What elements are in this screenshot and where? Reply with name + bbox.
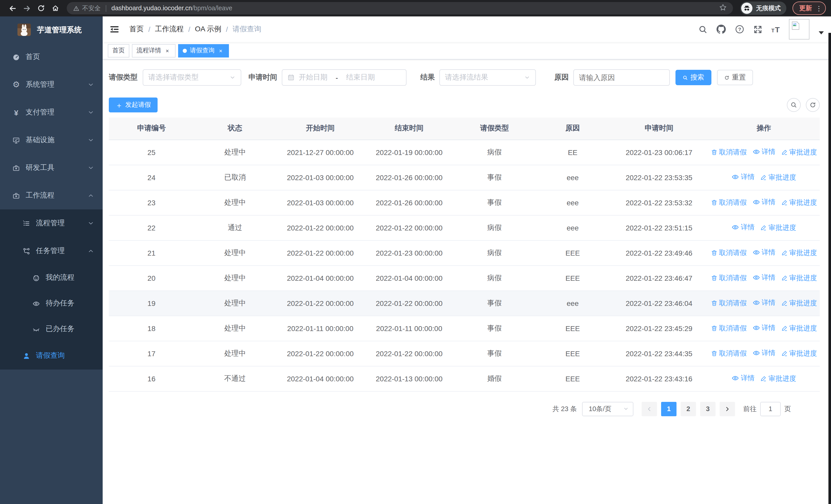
security-indicator[interactable]: 不安全 — [73, 4, 101, 12]
progress-link-row-20[interactable]: 审批进度 — [781, 273, 817, 283]
address-bar[interactable]: 不安全 dashboard.yudao.iocoder.cn/bpm/oa/le… — [67, 2, 733, 14]
sidebar-item-工作流程[interactable]: 工作流程 — [0, 182, 103, 209]
progress-link-row-21[interactable]: 审批进度 — [781, 248, 817, 258]
incognito-label: 无痕模式 — [756, 4, 781, 12]
tag-请假查询[interactable]: 请假查询× — [178, 44, 229, 57]
cancel-link-row-23[interactable]: 取消请假 — [711, 198, 747, 207]
breadcrumb-item-OA 示例[interactable]: OA 示例 — [195, 25, 222, 34]
detail-link-row-24[interactable]: 详情 — [732, 173, 755, 182]
cancel-link-row-20[interactable]: 取消请假 — [711, 273, 747, 283]
detail-link-row-23[interactable]: 详情 — [752, 198, 776, 207]
apply-time-range-picker[interactable]: 开始日期 - 结束日期 — [282, 69, 406, 86]
progress-link-row-18[interactable]: 审批进度 — [781, 324, 817, 333]
cancel-link-row-18[interactable]: 取消请假 — [711, 324, 747, 333]
sidebar-collapse-icon[interactable] — [107, 22, 122, 37]
browser-forward-icon[interactable] — [20, 1, 34, 16]
search-button[interactable]: 搜索 — [676, 70, 711, 85]
eye-open-icon — [732, 173, 739, 181]
progress-link-row-17[interactable]: 审批进度 — [781, 349, 817, 358]
cancel-link-row-19[interactable]: 取消请假 — [711, 299, 747, 308]
prev-page-button[interactable] — [641, 402, 657, 416]
sidebar-item-基础设施[interactable]: 基础设施 — [0, 126, 103, 154]
result-select[interactable]: 请选择流结果 — [439, 69, 536, 86]
progress-link-row-23[interactable]: 审批进度 — [781, 198, 817, 207]
detail-link-row-19[interactable]: 详情 — [752, 298, 776, 307]
search-icon[interactable] — [698, 25, 707, 34]
chevron-down-icon — [229, 75, 236, 81]
cancel-link-row-21[interactable]: 取消请假 — [711, 248, 747, 258]
toggle-search-button[interactable] — [787, 98, 801, 112]
browser-reload-icon[interactable] — [34, 1, 48, 16]
user-avatar[interactable] — [789, 19, 809, 39]
eye-open-icon — [732, 375, 739, 382]
sidebar-item-流程管理[interactable]: 流程管理 — [0, 209, 103, 237]
cancel-link-row-17[interactable]: 取消请假 — [711, 349, 747, 358]
reset-button[interactable]: 重置 — [717, 70, 753, 85]
browser-scrollbar[interactable] — [828, 33, 831, 504]
leave-type-select[interactable]: 请选择请假类型 — [143, 69, 241, 86]
avatar-caret-icon[interactable] — [819, 31, 824, 34]
tag-流程详情[interactable]: 流程详情× — [132, 44, 175, 57]
sidebar-item-系统管理[interactable]: ⚙系统管理 — [0, 71, 103, 98]
chevron-down-icon — [88, 82, 94, 88]
browser-menu-icon[interactable]: ⋮ — [815, 5, 822, 11]
sidebar-item-研发工具[interactable]: 研发工具 — [0, 154, 103, 182]
breadcrumb-item-工作流程[interactable]: 工作流程 — [155, 25, 184, 34]
cell-原因: eee — [535, 291, 610, 316]
gear-icon: ⚙ — [12, 81, 20, 89]
detail-link-row-17[interactable]: 详情 — [752, 349, 776, 358]
page-size-select[interactable]: 10条/页 — [582, 402, 633, 416]
start-date-placeholder[interactable]: 开始日期 — [299, 73, 327, 82]
eye-open-icon — [752, 299, 760, 307]
page-button-1[interactable]: 1 — [661, 402, 677, 416]
end-date-placeholder[interactable]: 结束日期 — [346, 73, 375, 82]
sidebar-item-已办任务[interactable]: 已办任务 — [0, 316, 103, 342]
progress-link-row-24[interactable]: 审批进度 — [761, 173, 796, 182]
bookmark-star-icon[interactable] — [719, 3, 727, 13]
detail-link-row-22[interactable]: 详情 — [732, 223, 755, 232]
sidebar-item-请假查询[interactable]: 请假查询 — [0, 342, 103, 369]
close-icon[interactable]: × — [164, 47, 171, 54]
logo-avatar — [18, 24, 31, 36]
eye-open-icon — [752, 274, 760, 281]
next-page-button[interactable] — [720, 402, 735, 416]
browser-back-icon[interactable] — [5, 1, 20, 16]
font-size-icon[interactable]: TT — [771, 25, 780, 33]
refresh-table-button[interactable] — [806, 98, 820, 112]
fullscreen-icon[interactable] — [753, 25, 762, 34]
progress-link-row-19[interactable]: 审批进度 — [781, 299, 817, 308]
detail-link-row-25[interactable]: 详情 — [752, 147, 776, 156]
browser-home-icon[interactable] — [48, 1, 63, 16]
sidebar-item-首页[interactable]: 首页 — [0, 43, 103, 71]
goto-page-input[interactable] — [760, 402, 781, 416]
sidebar-item-label: 首页 — [26, 52, 40, 62]
github-icon[interactable] — [716, 25, 725, 34]
cell-申请时间: 2022-01-22 23:43:16 — [610, 366, 708, 391]
progress-link-row-16[interactable]: 审批进度 — [761, 374, 796, 383]
progress-link-row-22[interactable]: 审批进度 — [761, 223, 796, 233]
sidebar-item-任务管理[interactable]: 任务管理 — [0, 237, 103, 265]
breadcrumb-item-首页[interactable]: 首页 — [130, 25, 144, 34]
reason-input[interactable] — [574, 70, 669, 85]
sidebar-item-待办任务[interactable]: 待办任务 — [0, 291, 103, 316]
tag-首页[interactable]: 首页 — [108, 44, 130, 57]
progress-link-row-25[interactable]: 审批进度 — [781, 148, 817, 157]
detail-link-row-21[interactable]: 详情 — [752, 248, 776, 257]
cell-申请时间: 2022-01-22 23:53:32 — [610, 190, 708, 215]
detail-link-row-18[interactable]: 详情 — [752, 323, 776, 333]
page-button-2[interactable]: 2 — [681, 402, 696, 416]
detail-link-row-20[interactable]: 详情 — [752, 273, 776, 282]
column-header-结束时间: 结束时间 — [365, 118, 454, 140]
sidebar-item-我的流程[interactable]: 我的流程 — [0, 265, 103, 291]
browser-update-button[interactable]: 更新 ⋮ — [793, 2, 826, 15]
svg-text:?: ? — [738, 27, 741, 32]
sidebar-item-label: 已办任务 — [46, 324, 75, 334]
sidebar-item-支付管理[interactable]: ¥支付管理 — [0, 98, 103, 126]
page-button-3[interactable]: 3 — [700, 402, 716, 416]
create-leave-button[interactable]: ＋ 发起请假 — [109, 97, 157, 112]
cancel-link-row-25[interactable]: 取消请假 — [711, 148, 747, 157]
close-icon[interactable]: × — [217, 47, 224, 54]
detail-link-row-16[interactable]: 详情 — [732, 374, 755, 383]
help-icon[interactable]: ? — [735, 25, 744, 34]
cell-开始时间: 2022-01-03 00:00:00 — [276, 190, 365, 215]
